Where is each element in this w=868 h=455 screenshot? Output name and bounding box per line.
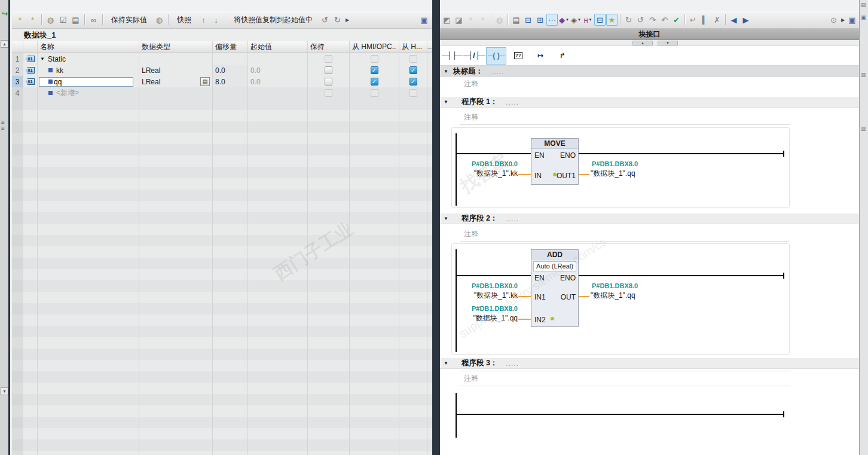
network-title-dots[interactable]: .....	[506, 359, 519, 368]
empty-table-row[interactable]	[12, 258, 432, 269]
empty-table-row[interactable]	[12, 246, 432, 258]
expand-panel-icon[interactable]: ↪	[1, 10, 9, 18]
network-1-header[interactable]: ▼ 程序段 1： .....	[440, 97, 859, 108]
empty-table-row[interactable]	[12, 303, 432, 314]
empty-table-row[interactable]	[12, 360, 432, 371]
copy-start-values-icon[interactable]: ↺	[319, 14, 331, 26]
collapse-arrow-icon[interactable]: ▼	[444, 216, 448, 221]
empty-table-row[interactable]	[12, 133, 432, 144]
network-comment[interactable]: 注释	[464, 374, 478, 384]
branch-layout-icon[interactable]: ⊟	[594, 14, 606, 26]
insert-row-icon[interactable]: *	[465, 14, 476, 26]
scroll-down-icon[interactable]: ▼	[1, 387, 8, 395]
taskcard-panel-icon[interactable]: ▣	[861, 14, 866, 20]
pane-splitter[interactable]	[432, 0, 440, 455]
cross-reference-icon[interactable]: ✗	[711, 14, 723, 26]
empty-table-row[interactable]	[12, 121, 432, 133]
col-header-h2[interactable]: 从 H...	[399, 41, 427, 53]
empty-table-row[interactable]	[12, 280, 432, 292]
empty-table-row[interactable]	[12, 337, 432, 349]
empty-table-row[interactable]	[12, 349, 432, 360]
retain-checkbox[interactable]	[325, 66, 332, 74]
monitor-all-icon[interactable]: ∞	[88, 14, 99, 26]
call-structure-icon[interactable]: ↵	[687, 14, 699, 26]
empty-table-row[interactable]	[12, 144, 432, 155]
pin-in1[interactable]: IN1	[534, 293, 546, 301]
coil-favorite[interactable]: ─( )─	[486, 47, 506, 65]
empty-table-row[interactable]	[12, 394, 432, 405]
toolbar-overflow-icon[interactable]: ▶	[840, 14, 846, 26]
empty-table-row[interactable]	[12, 190, 432, 201]
keep-actual-values-icon[interactable]: ◍	[45, 14, 56, 26]
expanded-mode-icon[interactable]: ▤	[70, 14, 81, 26]
open-branch-favorite[interactable]: ↦	[530, 47, 551, 65]
insert-row-below-icon[interactable]: *	[477, 14, 488, 26]
col-header-hmi[interactable]: 从 HMI/OPC..	[350, 41, 399, 53]
scroll-up-icon[interactable]: ▲	[1, 40, 8, 48]
move-block[interactable]: MOVE EN ENO IN OUT1 *	[531, 138, 579, 185]
empty-table-row[interactable]	[12, 167, 432, 178]
operand-input[interactable]: P#DB1.DBX0.0 "数据块_1".kk	[458, 159, 518, 178]
var-start-value[interactable]: 0.0	[248, 65, 308, 76]
empty-table-row[interactable]	[12, 292, 432, 303]
absolute-symbolic-icon[interactable]: ◆▼	[558, 14, 570, 26]
collapse-all-networks-icon[interactable]: ⊞	[534, 14, 546, 26]
insert-row-icon[interactable]: *	[14, 14, 26, 26]
collapse-arrow-icon[interactable]: ▼	[444, 99, 448, 105]
retain-checkbox[interactable]	[325, 78, 332, 85]
empty-table-row[interactable]	[12, 178, 432, 190]
network-title-dots[interactable]: .....	[506, 215, 519, 223]
expand-arrow-icon[interactable]: ▼	[40, 56, 45, 62]
taskcard-icon[interactable]: ▤	[861, 2, 866, 8]
find-replace-icon[interactable]: ⊙	[828, 14, 839, 26]
empty-table-row[interactable]	[12, 428, 432, 439]
go-to-next-error-icon[interactable]: ↻	[623, 14, 634, 26]
snapshot-button[interactable]: 快照	[172, 13, 197, 26]
reset-start-values-icon[interactable]: ◍	[494, 14, 505, 26]
empty-table-row[interactable]	[12, 269, 432, 280]
block-data-type-selector[interactable]: Auto (LReal)	[533, 261, 576, 271]
taskcard-icon[interactable]: ▥	[861, 72, 866, 78]
operand-output[interactable]: P#DB1.DBX8.0 "数据块_1".qq	[591, 159, 638, 178]
operand-output[interactable]: P#DB1.DBX8.0 "数据块_1".qq	[591, 281, 638, 300]
col-header-more[interactable]: ...	[427, 41, 432, 53]
copy-snapshot-to-start-button[interactable]: 将快照值复制到起始值中	[228, 13, 318, 26]
table-row-kk[interactable]: 2 01 kk LReal 0.0 0.0 ✓ ✓	[12, 65, 432, 76]
table-row-qq[interactable]: 3 01 LReal▤ 8.0 0.0 ✓ ✓	[12, 76, 432, 87]
pin-out1[interactable]: OUT1	[557, 172, 576, 180]
favorites-toggle-icon[interactable]: ★	[606, 14, 618, 26]
col-header-name[interactable]: 名称	[38, 41, 139, 53]
operand-input2[interactable]: P#DB1.DBX8.0 "数据块_1".qq	[458, 304, 518, 323]
empty-table-row[interactable]	[12, 417, 432, 428]
jump-forward-icon[interactable]: ▶	[740, 14, 751, 26]
add-row-below-icon[interactable]: *	[27, 14, 38, 26]
float-panel-icon[interactable]: ▣	[418, 14, 430, 26]
pin-in2[interactable]: IN2	[534, 316, 546, 324]
empty-table-row[interactable]	[12, 235, 432, 246]
empty-table-row[interactable]	[12, 405, 432, 417]
sequence-icon[interactable]: ▍	[699, 14, 711, 26]
consistency-check-icon[interactable]: ✔	[671, 14, 682, 26]
collapse-arrow-icon[interactable]: ▼	[444, 361, 448, 366]
pin-in[interactable]: IN	[534, 172, 542, 180]
operand-width-icon[interactable]: ʜ▼	[582, 14, 594, 26]
pin-eno[interactable]: ENO	[560, 274, 576, 282]
block-title-dots[interactable]: .....	[491, 68, 505, 76]
pin-eno[interactable]: ENO	[560, 151, 576, 160]
empty-box-favorite[interactable]: ??	[508, 47, 528, 65]
empty-table-row[interactable]	[12, 110, 432, 121]
table-row-add-new[interactable]: 4 <新增>	[12, 87, 432, 99]
copy-snapshot-down-icon[interactable]: ↓	[210, 14, 222, 26]
var-name-input[interactable]	[39, 77, 133, 87]
float-panel-icon[interactable]: ▣	[846, 14, 858, 26]
splitter-grip-icon[interactable]: ≡≡	[1, 120, 5, 132]
go-to-previous-error-icon[interactable]: ↺	[635, 14, 646, 26]
snapshot-db-icon[interactable]: ◍	[154, 14, 165, 26]
toggle-comments-icon[interactable]: ⋯	[546, 14, 558, 26]
close-branch-favorite[interactable]: ↱	[552, 47, 573, 65]
network-comment[interactable]: 注释	[464, 229, 478, 239]
keep-actual-values-button[interactable]: 保持实际值	[106, 13, 152, 26]
empty-table-row[interactable]	[12, 155, 432, 167]
col-header-offset[interactable]: 偏移量	[213, 41, 248, 53]
pin-en[interactable]: EN	[534, 274, 545, 282]
